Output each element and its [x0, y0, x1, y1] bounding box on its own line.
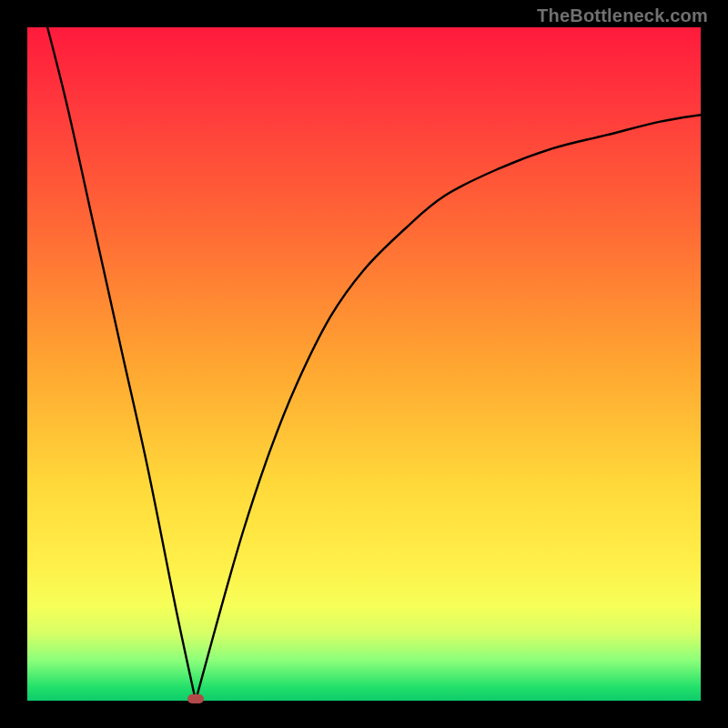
min-marker — [187, 694, 204, 703]
chart-frame: TheBottleneck.com — [0, 0, 728, 728]
bottleneck-curve — [47, 27, 701, 713]
curve-layer — [27, 27, 701, 701]
watermark-text: TheBottleneck.com — [537, 5, 708, 26]
